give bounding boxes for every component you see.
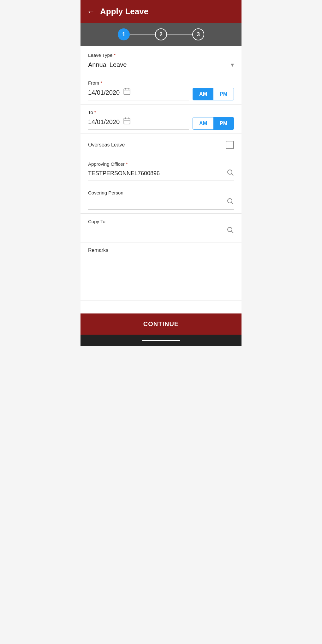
bottom-bar bbox=[80, 335, 242, 346]
to-date-row: 14/01/2020 AM PM bbox=[88, 117, 234, 130]
approving-officer-value: TESTPERSONNEL7600896 bbox=[88, 170, 160, 177]
overseas-leave-label: Overseas Leave bbox=[88, 142, 125, 148]
remarks-input[interactable] bbox=[88, 256, 234, 294]
copy-to-section: Copy To bbox=[80, 214, 242, 242]
to-calendar-icon[interactable] bbox=[123, 117, 131, 127]
svg-rect-0 bbox=[124, 89, 130, 94]
svg-line-11 bbox=[232, 203, 234, 205]
svg-rect-4 bbox=[124, 118, 130, 124]
copy-to-label: Copy To bbox=[88, 219, 234, 224]
step-1[interactable]: 1 bbox=[118, 28, 130, 40]
page-title: Apply Leave bbox=[100, 7, 148, 16]
dropdown-arrow-icon: ▾ bbox=[231, 61, 234, 69]
covering-person-section: Covering Person bbox=[80, 185, 242, 214]
from-am-button[interactable]: AM bbox=[193, 88, 213, 100]
overseas-leave-checkbox[interactable] bbox=[226, 141, 234, 149]
to-date-value: 14/01/2020 bbox=[88, 118, 120, 126]
leave-type-required: * bbox=[114, 52, 116, 58]
approving-officer-search-icon[interactable] bbox=[226, 169, 234, 178]
from-date-row: 14/01/2020 AM PM bbox=[88, 87, 234, 100]
from-calendar-icon[interactable] bbox=[123, 87, 131, 98]
to-date-section: To * 14/01/2020 AM PM bbox=[80, 104, 242, 134]
overseas-leave-row: Overseas Leave bbox=[80, 134, 242, 156]
home-indicator bbox=[142, 340, 180, 341]
copy-to-row[interactable] bbox=[88, 226, 234, 238]
leave-type-dropdown[interactable]: Annual Leave ▾ bbox=[88, 60, 234, 70]
from-date-value: 14/01/2020 bbox=[88, 89, 120, 96]
covering-person-search-icon[interactable] bbox=[226, 197, 234, 207]
from-pm-button[interactable]: PM bbox=[213, 88, 234, 100]
continue-button[interactable]: CONTINUE bbox=[80, 313, 242, 335]
approving-officer-required: * bbox=[126, 161, 128, 167]
to-date-input-group[interactable]: 14/01/2020 bbox=[88, 117, 189, 130]
from-am-pm-toggle[interactable]: AM PM bbox=[193, 88, 234, 100]
step-3[interactable]: 3 bbox=[192, 28, 204, 40]
covering-person-label: Covering Person bbox=[88, 190, 234, 195]
approving-officer-label: Approving Officer * bbox=[88, 161, 234, 167]
svg-point-12 bbox=[228, 227, 232, 232]
to-label: To * bbox=[88, 110, 234, 115]
back-button[interactable]: ← bbox=[87, 7, 95, 15]
header: ← Apply Leave bbox=[80, 0, 242, 23]
svg-line-13 bbox=[232, 231, 234, 233]
remarks-section: Remarks bbox=[80, 242, 242, 301]
svg-point-10 bbox=[228, 199, 232, 203]
to-required: * bbox=[94, 110, 96, 115]
spacer bbox=[80, 301, 242, 313]
covering-person-row[interactable] bbox=[88, 197, 234, 210]
svg-line-9 bbox=[232, 174, 234, 176]
step-2[interactable]: 2 bbox=[155, 28, 167, 40]
leave-type-value: Annual Leave bbox=[88, 61, 127, 69]
remarks-label: Remarks bbox=[88, 247, 234, 253]
to-pm-button[interactable]: PM bbox=[213, 117, 234, 129]
copy-to-search-icon[interactable] bbox=[226, 226, 234, 236]
leave-type-label: Leave Type * bbox=[88, 52, 234, 58]
form-content: Leave Type * Annual Leave ▾ From * 14/01… bbox=[80, 46, 242, 313]
step-line-2 bbox=[167, 34, 192, 35]
to-am-button[interactable]: AM bbox=[193, 117, 213, 129]
from-label: From * bbox=[88, 80, 234, 86]
step-indicator: 1 2 3 bbox=[80, 23, 242, 46]
svg-point-8 bbox=[228, 170, 232, 174]
approving-officer-section: Approving Officer * TESTPERSONNEL7600896 bbox=[80, 156, 242, 185]
from-date-input-group[interactable]: 14/01/2020 bbox=[88, 87, 189, 100]
approving-officer-row[interactable]: TESTPERSONNEL7600896 bbox=[88, 169, 234, 181]
step-line-1 bbox=[130, 34, 155, 35]
leave-type-section: Leave Type * Annual Leave ▾ bbox=[80, 46, 242, 75]
from-required: * bbox=[100, 80, 102, 86]
to-am-pm-toggle[interactable]: AM PM bbox=[193, 117, 234, 130]
from-date-section: From * 14/01/2020 AM PM bbox=[80, 75, 242, 104]
